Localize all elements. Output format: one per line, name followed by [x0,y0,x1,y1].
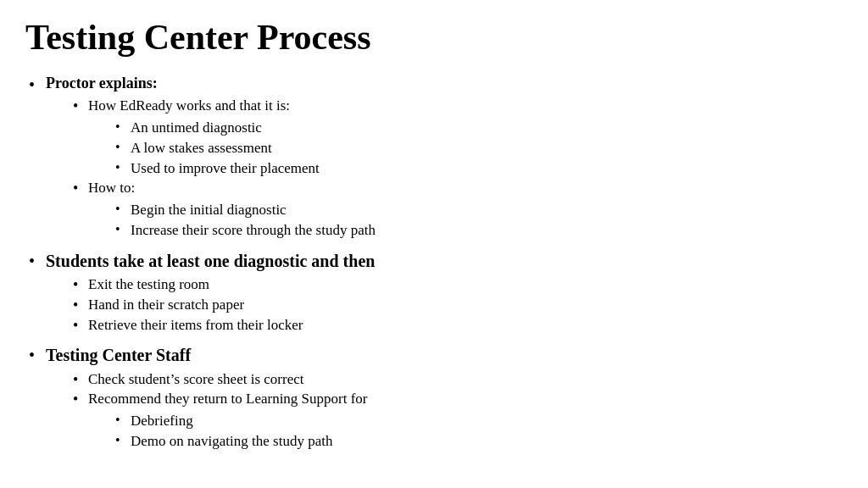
staff-children: Check student’s score sheet is correct R… [46,369,843,452]
section-proctor-label: Proctor explains: [46,75,158,92]
hand-in-label: Hand in their scratch paper [88,297,244,313]
exit-room-label: Exit the testing room [88,276,209,292]
section-students-label: Students take at least one diagnostic an… [46,252,375,270]
staff-child-0: Check student’s score sheet is correct [71,369,843,390]
students-children: Exit the testing room Hand in their scra… [46,274,843,335]
proctor-how-edready-label: How EdReady works and that it is: [88,97,290,114]
how-to-label: How to: [88,180,135,196]
section-students: Students take at least one diagnostic an… [25,249,843,336]
students-child-2: Retrieve their items from their locker [71,315,843,336]
section-staff: Testing Center Staff Check student’s sco… [25,343,843,451]
section-staff-label: Testing Center Staff [46,346,191,364]
sections-list: Proctor explains: How EdReady works and … [25,73,843,452]
section-proctor: Proctor explains: How EdReady works and … [25,73,843,241]
demo-label: Demo on navigating the study path [131,433,332,449]
increase-score-label: Increase their score through the study p… [131,222,376,238]
edready-child-1: A low stakes assessment [114,138,843,158]
recommend-child-0: Debriefing [114,411,843,431]
howto-children: Begin the initial diagnostic Increase th… [88,200,843,241]
debriefing-label: Debriefing [131,413,193,429]
proctor-child-1: How to: Begin the initial diagnostic Inc… [71,178,843,240]
howto-child-0: Begin the initial diagnostic [114,200,843,220]
staff-child-1: Recommend they return to Learning Suppor… [71,389,843,451]
retrieve-items-label: Retrieve their items from their locker [88,317,303,333]
edready-child-0: An untimed diagnostic [114,118,843,138]
begin-diagnostic-label: Begin the initial diagnostic [131,202,287,218]
main-content: Proctor explains: How EdReady works and … [25,73,843,452]
low-stakes-label: A low stakes assessment [131,140,272,156]
improve-placement-label: Used to improve their placement [131,160,320,176]
recommend-label: Recommend they return to Learning Suppor… [88,391,368,407]
howto-child-1: Increase their score through the study p… [114,220,843,241]
students-child-1: Hand in their scratch paper [71,295,843,315]
check-score-label: Check student’s score sheet is correct [88,371,303,387]
proctor-children: How EdReady works and that it is: An unt… [46,96,843,241]
proctor-child-0: How EdReady works and that it is: An unt… [71,96,843,178]
edready-children: An untimed diagnostic A low stakes asses… [88,118,843,178]
recommend-children: Debriefing Demo on navigating the study … [88,411,843,452]
edready-child-2: Used to improve their placement [114,158,843,179]
page-title: Testing Center Process [25,17,843,58]
recommend-child-1: Demo on navigating the study path [114,431,843,452]
untimed-label: An untimed diagnostic [131,119,262,136]
students-child-0: Exit the testing room [71,274,843,295]
